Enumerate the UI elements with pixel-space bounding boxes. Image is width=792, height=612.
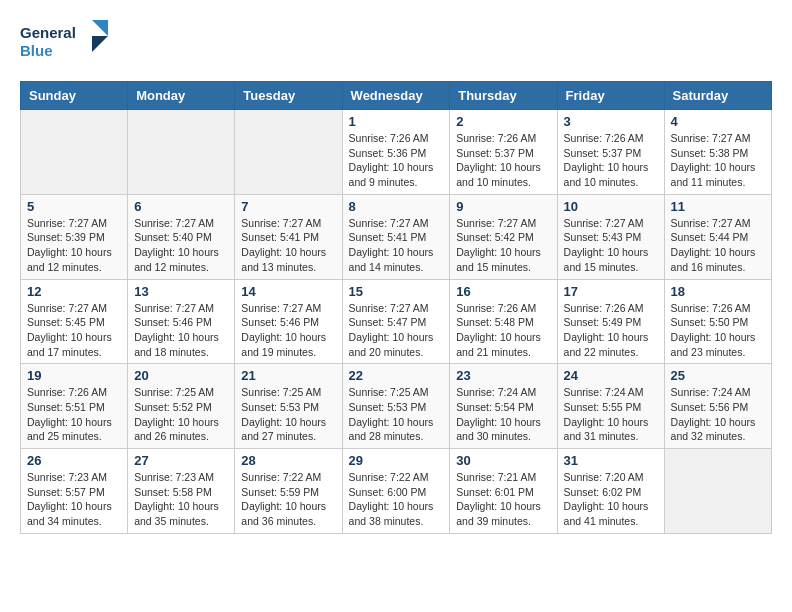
day-info: Sunset: 5:41 PM [241,230,335,245]
day-info: Sunrise: 7:25 AM [134,385,228,400]
day-info: Sunrise: 7:24 AM [671,385,765,400]
calendar-cell: 20Sunrise: 7:25 AMSunset: 5:52 PMDayligh… [128,364,235,449]
day-info: Daylight: 10 hours [564,245,658,260]
day-info: Sunrise: 7:25 AM [241,385,335,400]
calendar-week-row: 12Sunrise: 7:27 AMSunset: 5:45 PMDayligh… [21,279,772,364]
calendar-cell: 26Sunrise: 7:23 AMSunset: 5:57 PMDayligh… [21,449,128,534]
day-info: Sunset: 5:46 PM [134,315,228,330]
day-info: and 30 minutes. [456,429,550,444]
day-number: 7 [241,199,335,214]
day-info: and 25 minutes. [27,429,121,444]
calendar-header-wednesday: Wednesday [342,82,450,110]
day-info: Daylight: 10 hours [671,415,765,430]
day-info: and 18 minutes. [134,345,228,360]
calendar-header-sunday: Sunday [21,82,128,110]
day-info: Sunrise: 7:23 AM [134,470,228,485]
calendar-cell: 18Sunrise: 7:26 AMSunset: 5:50 PMDayligh… [664,279,771,364]
day-info: Sunset: 5:56 PM [671,400,765,415]
calendar-cell: 12Sunrise: 7:27 AMSunset: 5:45 PMDayligh… [21,279,128,364]
day-info: Sunrise: 7:27 AM [456,216,550,231]
day-info: and 41 minutes. [564,514,658,529]
day-info: Sunrise: 7:20 AM [564,470,658,485]
day-info: Daylight: 10 hours [27,415,121,430]
day-info: Daylight: 10 hours [349,415,444,430]
day-number: 30 [456,453,550,468]
day-info: Daylight: 10 hours [671,160,765,175]
day-info: Daylight: 10 hours [671,245,765,260]
day-info: and 13 minutes. [241,260,335,275]
day-info: Daylight: 10 hours [564,160,658,175]
day-number: 20 [134,368,228,383]
calendar-cell: 30Sunrise: 7:21 AMSunset: 6:01 PMDayligh… [450,449,557,534]
day-info: Sunset: 5:36 PM [349,146,444,161]
calendar-header-thursday: Thursday [450,82,557,110]
day-info: and 38 minutes. [349,514,444,529]
svg-text:Blue: Blue [20,42,53,59]
day-info: Sunrise: 7:26 AM [349,131,444,146]
day-info: Daylight: 10 hours [564,330,658,345]
day-info: and 12 minutes. [27,260,121,275]
day-info: Daylight: 10 hours [27,330,121,345]
day-info: Daylight: 10 hours [349,245,444,260]
day-number: 18 [671,284,765,299]
day-number: 5 [27,199,121,214]
logo-svg: General Blue [20,20,110,65]
calendar-cell [235,110,342,195]
calendar-cell: 27Sunrise: 7:23 AMSunset: 5:58 PMDayligh… [128,449,235,534]
calendar-week-row: 1Sunrise: 7:26 AMSunset: 5:36 PMDaylight… [21,110,772,195]
calendar-header-saturday: Saturday [664,82,771,110]
day-number: 17 [564,284,658,299]
calendar-cell: 13Sunrise: 7:27 AMSunset: 5:46 PMDayligh… [128,279,235,364]
day-info: Sunrise: 7:24 AM [456,385,550,400]
day-number: 28 [241,453,335,468]
day-info: Sunset: 5:48 PM [456,315,550,330]
day-info: Sunset: 5:47 PM [349,315,444,330]
day-info: Sunrise: 7:26 AM [456,301,550,316]
day-info: and 10 minutes. [456,175,550,190]
day-number: 8 [349,199,444,214]
logo: General Blue [20,20,110,65]
calendar: SundayMondayTuesdayWednesdayThursdayFrid… [20,81,772,534]
day-info: and 31 minutes. [564,429,658,444]
day-number: 12 [27,284,121,299]
day-info: Sunset: 5:49 PM [564,315,658,330]
calendar-cell: 21Sunrise: 7:25 AMSunset: 5:53 PMDayligh… [235,364,342,449]
day-info: Sunset: 6:02 PM [564,485,658,500]
day-info: Sunrise: 7:27 AM [671,131,765,146]
calendar-cell: 4Sunrise: 7:27 AMSunset: 5:38 PMDaylight… [664,110,771,195]
day-info: and 15 minutes. [456,260,550,275]
day-info: Sunrise: 7:22 AM [349,470,444,485]
day-info: Sunset: 5:39 PM [27,230,121,245]
day-info: Sunrise: 7:27 AM [671,216,765,231]
calendar-week-row: 19Sunrise: 7:26 AMSunset: 5:51 PMDayligh… [21,364,772,449]
day-number: 3 [564,114,658,129]
calendar-cell: 24Sunrise: 7:24 AMSunset: 5:55 PMDayligh… [557,364,664,449]
calendar-cell: 16Sunrise: 7:26 AMSunset: 5:48 PMDayligh… [450,279,557,364]
day-info: and 28 minutes. [349,429,444,444]
day-info: Sunrise: 7:27 AM [241,216,335,231]
calendar-header-friday: Friday [557,82,664,110]
day-info: Sunset: 5:55 PM [564,400,658,415]
day-number: 14 [241,284,335,299]
day-info: Sunrise: 7:27 AM [27,301,121,316]
day-info: Sunset: 5:58 PM [134,485,228,500]
day-info: Daylight: 10 hours [564,415,658,430]
day-info: Sunset: 5:53 PM [241,400,335,415]
day-number: 15 [349,284,444,299]
day-info: and 15 minutes. [564,260,658,275]
calendar-cell: 5Sunrise: 7:27 AMSunset: 5:39 PMDaylight… [21,194,128,279]
day-info: Sunrise: 7:21 AM [456,470,550,485]
day-number: 27 [134,453,228,468]
day-number: 9 [456,199,550,214]
day-info: Sunrise: 7:26 AM [564,131,658,146]
calendar-header-tuesday: Tuesday [235,82,342,110]
day-info: Sunset: 5:40 PM [134,230,228,245]
calendar-cell [21,110,128,195]
day-info: Sunrise: 7:27 AM [27,216,121,231]
header: General Blue [20,20,772,65]
day-info: Daylight: 10 hours [134,330,228,345]
day-info: Sunset: 5:50 PM [671,315,765,330]
day-info: and 17 minutes. [27,345,121,360]
calendar-cell: 1Sunrise: 7:26 AMSunset: 5:36 PMDaylight… [342,110,450,195]
day-info: and 14 minutes. [349,260,444,275]
